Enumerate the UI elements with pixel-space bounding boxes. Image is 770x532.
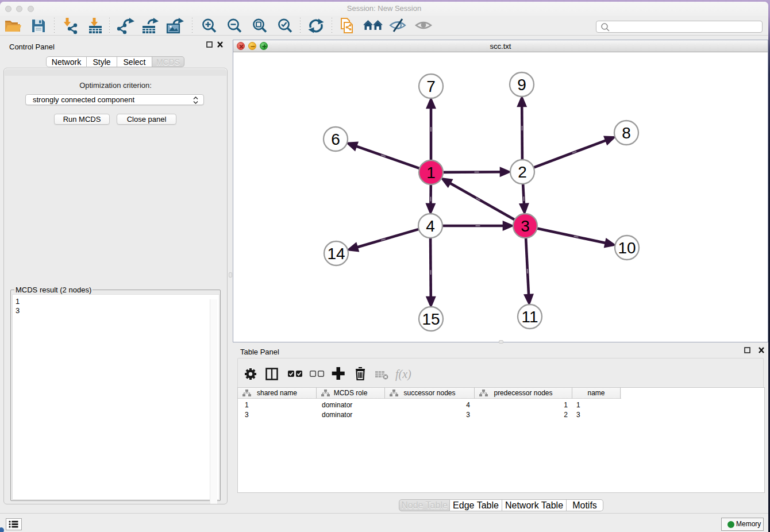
svg-text:1: 1 [426,164,436,182]
svg-text:9: 9 [517,76,526,94]
svg-text:11: 11 [521,308,538,326]
svg-text:6: 6 [331,130,340,148]
svg-text:10: 10 [618,239,636,257]
svg-text:8: 8 [622,124,631,142]
svg-text:15: 15 [422,310,440,328]
svg-text:3: 3 [521,217,530,235]
svg-text:4: 4 [426,217,435,235]
svg-text:7: 7 [426,78,436,95]
svg-text:2: 2 [518,163,527,181]
svg-text:14: 14 [327,245,345,263]
